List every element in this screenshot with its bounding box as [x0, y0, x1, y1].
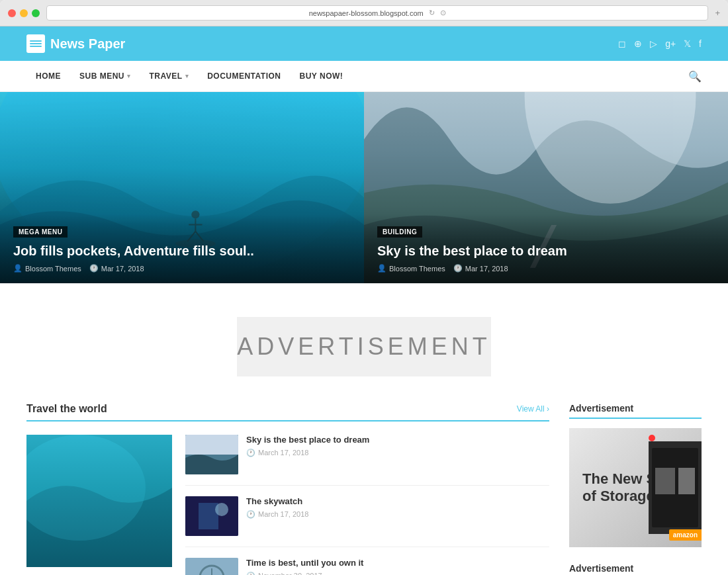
svg-point-15: [215, 503, 228, 516]
clock-icon: 🕐: [453, 264, 463, 273]
travel-section: Travel the world View All ›: [26, 403, 549, 575]
article-image-2: [185, 496, 238, 536]
logo-icon: [26, 34, 45, 53]
clock-icon: 🕐: [89, 264, 99, 273]
article-meta-3: 🕐 November 30, 2017: [246, 572, 549, 575]
hero-card-left[interactable]: MEGA MENU Job fills pockets, Adventure f…: [0, 92, 364, 283]
user-icon: 👤: [13, 264, 23, 273]
section-header: Travel the world View All ›: [26, 403, 549, 421]
url-bar[interactable]: newspapaer-blossom.blogspot.com ↻ ⊙: [46, 5, 708, 21]
card-author-right: 👤 Blossom Themes: [377, 264, 445, 273]
card-title-right: Sky is the best place to dream: [377, 243, 715, 259]
article-title-1[interactable]: Sky is the best place to dream: [246, 435, 549, 446]
facebook-icon[interactable]: f: [699, 38, 702, 49]
article-image-3: [185, 558, 238, 575]
svg-rect-26: [655, 468, 675, 494]
nav-documentation[interactable]: DOCUMENTATION: [198, 61, 290, 91]
pinterest-icon[interactable]: ⊕: [634, 38, 642, 49]
close-button[interactable]: [8, 9, 16, 17]
chevron-down-icon: ▾: [127, 73, 131, 79]
card-date-right: 🕐 Mar 17, 2018: [453, 264, 508, 273]
new-tab-icon[interactable]: +: [715, 8, 720, 18]
sidebar-ad1-section: Advertisement The New State of Storage: [569, 403, 702, 547]
nav-bar: HOME SUB MENU ▾ TRAVEL ▾ DOCUMENTATION B…: [0, 61, 728, 92]
browser-chrome: newspapaer-blossom.blogspot.com ↻ ⊙ +: [0, 0, 728, 26]
social-icons: ◻ ⊕ ▷ g+ 𝕏 f: [618, 38, 702, 49]
nav-home[interactable]: HOME: [26, 61, 70, 91]
maximize-button[interactable]: [32, 9, 40, 17]
list-item: Sky is the best place to dream 🕐 March 1…: [185, 435, 549, 486]
site-header: News Paper ◻ ⊕ ▷ g+ 𝕏 f: [0, 26, 728, 61]
clock-icon: 🕐: [246, 510, 255, 519]
article-meta-1: 🕐 March 17, 2018: [246, 449, 549, 457]
svg-rect-14: [199, 503, 218, 529]
nav-links: HOME SUB MENU ▾ TRAVEL ▾ DOCUMENTATION B…: [26, 61, 352, 91]
browser-actions: +: [715, 8, 720, 18]
ad-device-image: [649, 441, 702, 534]
article-content-1: Sky is the best place to dream 🕐 March 1…: [246, 435, 549, 474]
article-content-2: The skywatch 🕐 March 17, 2018: [246, 496, 549, 536]
article-title-2[interactable]: The skywatch: [246, 496, 549, 508]
featured-post: Job fills pockets, Adventure fills soul.…: [26, 435, 172, 575]
sidebar-ad2-section: Advertisement ADVERT: [569, 563, 702, 575]
nav-travel[interactable]: TRAVEL ▾: [140, 61, 199, 91]
view-all-link[interactable]: View All ›: [517, 404, 549, 414]
article-meta-2: 🕐 March 17, 2018: [246, 510, 549, 519]
clock-icon: 🕐: [246, 572, 255, 575]
reload-icon[interactable]: ↻: [429, 9, 435, 17]
travel-inner: Job fills pockets, Adventure fills soul.…: [26, 435, 549, 575]
ad-banner-container: ADVERTISEMENT: [0, 284, 728, 403]
card-title-left: Job fills pockets, Adventure fills soul.…: [13, 243, 351, 259]
youtube-icon[interactable]: ▷: [650, 38, 657, 49]
card-tag-right: BUILDING: [377, 226, 422, 238]
traffic-lights: [8, 9, 40, 17]
article-content-3: Time is best, until you own it 🕐 Novembe…: [246, 558, 549, 575]
user-icon: 👤: [377, 264, 387, 273]
content-area: Travel the world View All ›: [0, 403, 728, 575]
instagram-icon[interactable]: ◻: [618, 38, 626, 49]
red-dot-indicator: [649, 435, 655, 441]
nav-submenu[interactable]: SUB MENU ▾: [70, 61, 140, 91]
hero-section: MEGA MENU Job fills pockets, Adventure f…: [0, 92, 728, 284]
card-date-left: 🕐 Mar 17, 2018: [89, 264, 144, 273]
card-author-left: 👤 Blossom Themes: [13, 264, 81, 273]
search-icon[interactable]: 🔍: [688, 70, 702, 83]
article-image-1: [185, 435, 238, 474]
svg-rect-27: [678, 468, 695, 494]
section-title: Travel the world: [26, 403, 107, 415]
featured-image: [26, 435, 172, 567]
hero-card-right[interactable]: BUILDING Sky is the best place to dream …: [364, 92, 728, 283]
ad-banner: ADVERTISEMENT: [237, 317, 490, 376]
minimize-button[interactable]: [20, 9, 28, 17]
nav-buynow[interactable]: BUY NOW!: [291, 61, 353, 91]
sidebar-ad2-title: Advertisement: [569, 563, 702, 575]
list-item: Time is best, until you own it 🕐 Novembe…: [185, 558, 549, 575]
ad-banner-text: ADVERTISEMENT: [237, 333, 490, 361]
card-tag-left: MEGA MENU: [13, 226, 68, 238]
logo-text: News Paper: [50, 36, 125, 52]
url-text: newspapaer-blossom.blogspot.com: [309, 9, 424, 17]
chevron-down-icon: ▾: [185, 73, 189, 79]
card-info-right: BUILDING Sky is the best place to dream …: [364, 214, 728, 283]
list-item: The skywatch 🕐 March 17, 2018: [185, 496, 549, 547]
card-info-left: MEGA MENU Job fills pockets, Adventure f…: [0, 214, 364, 283]
sidebar: Advertisement The New State of Storage: [569, 403, 702, 575]
sidebar-ad1[interactable]: The New State of Storage amazon: [569, 428, 702, 547]
twitter-icon[interactable]: 𝕏: [684, 38, 691, 49]
google-plus-icon[interactable]: g+: [665, 38, 676, 49]
main-content: MEGA MENU Job fills pockets, Adventure f…: [0, 92, 728, 575]
logo-area[interactable]: News Paper: [26, 34, 125, 53]
clock-icon: 🕐: [246, 449, 255, 457]
sidebar-ad1-title: Advertisement: [569, 403, 702, 419]
article-title-3[interactable]: Time is best, until you own it: [246, 558, 549, 569]
side-articles: Sky is the best place to dream 🕐 March 1…: [185, 435, 549, 575]
card-meta-left: 👤 Blossom Themes 🕐 Mar 17, 2018: [13, 264, 351, 273]
svg-rect-12: [185, 435, 238, 455]
secure-icon: ⊙: [440, 9, 446, 17]
amazon-badge: amazon: [669, 529, 702, 541]
card-meta-right: 👤 Blossom Themes 🕐 Mar 17, 2018: [377, 264, 715, 273]
